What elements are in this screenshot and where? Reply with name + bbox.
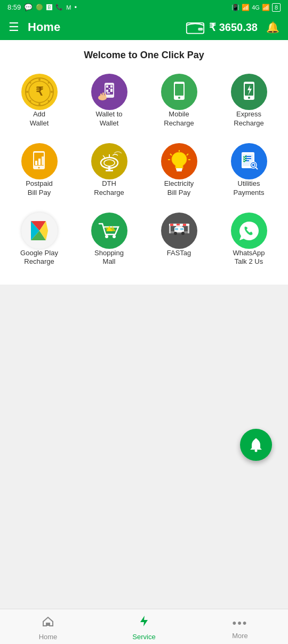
svg-rect-16: [106, 85, 108, 88]
svg-rect-18: [106, 90, 108, 92]
service-mobile-recharge[interactable]: MobileRecharge: [144, 66, 214, 136]
service-add-wallet[interactable]: ₹ AddWallet: [4, 66, 74, 136]
service-express-recharge[interactable]: ExpressRecharge: [214, 66, 284, 136]
svg-rect-87: [175, 228, 178, 230]
fastag-icon: [161, 213, 197, 249]
home-nav-label: Home: [39, 633, 58, 641]
svg-rect-1: [198, 28, 203, 30]
services-grid: ₹ AddWallet: [0, 66, 288, 274]
service-nav-label: Service: [132, 633, 155, 641]
google-play-icon: [21, 213, 58, 249]
fastag-label: FASTag: [167, 249, 191, 258]
app-header: ☰ Home ₹ 3650.38 🔔: [0, 14, 288, 40]
svg-rect-74: [106, 227, 108, 230]
status-bar: 8:59 💬 🟢 🅱 📞 M • 📳 📶 4G 📶 8: [0, 0, 288, 14]
wallet-balance-area: ₹ 3650.38 🔔: [186, 20, 279, 35]
main-content: Welcome to One Click Pay ₹: [0, 40, 288, 285]
hamburger-menu-button[interactable]: ☰: [9, 20, 19, 34]
shopping-mall-label: ShoppingMall: [94, 249, 124, 267]
utilities-label: UtilitiesPayments: [234, 179, 265, 198]
svg-rect-92: [47, 623, 49, 626]
express-recharge-label: ExpressRecharge: [234, 110, 263, 128]
svg-rect-28: [175, 84, 183, 96]
electricity-bill-label: ElectricityBill Pay: [164, 179, 194, 198]
svg-rect-24: [102, 92, 104, 99]
svg-rect-20: [110, 89, 113, 92]
more-nav-label: More: [232, 632, 248, 640]
dth-recharge-icon: [91, 143, 127, 179]
postpaid-bill-icon: [21, 143, 58, 179]
more-dots-icon: •••: [232, 616, 247, 630]
svg-rect-17: [110, 85, 113, 88]
svg-rect-23: [100, 93, 102, 99]
notification-fab[interactable]: [240, 429, 272, 461]
svg-rect-88: [180, 228, 183, 230]
home-icon: [42, 615, 54, 631]
google-play-label: Google PlayRecharge: [20, 249, 58, 267]
svg-point-9: [29, 82, 31, 84]
mobile-recharge-icon: [161, 74, 197, 110]
status-left: 8:59 💬 🟢 🅱 📞 M •: [7, 3, 77, 11]
svg-point-86: [181, 232, 185, 235]
service-fastag[interactable]: FASTag: [144, 205, 214, 274]
svg-point-8: [51, 91, 53, 93]
signal-icon: 📶: [262, 4, 270, 11]
svg-rect-25: [105, 93, 106, 99]
header-title: Home: [28, 20, 177, 34]
wallet-to-wallet-label: Wallet toWallet: [95, 110, 122, 128]
svg-rect-82: [183, 224, 186, 226]
shopping-mall-icon: [91, 213, 127, 249]
svg-point-29: [178, 97, 180, 99]
empty-area: [0, 285, 288, 472]
svg-rect-19: [109, 88, 110, 89]
messages-status-icon: 🟢: [36, 4, 43, 11]
status-right: 📳 📶 4G 📶 8: [231, 4, 281, 11]
whatsapp-label: WhatsAppTalk 2 Us: [233, 249, 265, 267]
service-electricity-bill[interactable]: ElectricityBill Pay: [144, 136, 214, 205]
gmail-icon: M: [66, 4, 71, 11]
svg-rect-80: [170, 224, 173, 226]
bottom-navigation: Home Service ••• More: [0, 609, 288, 644]
service-wallet-to-wallet[interactable]: Wallet toWallet: [74, 66, 144, 136]
balance-amount: ₹ 3650.38: [209, 21, 258, 34]
service-whatsapp[interactable]: WhatsAppTalk 2 Us: [214, 205, 284, 274]
notification-bell-header[interactable]: 🔔: [266, 21, 279, 34]
service-lightning-icon: [138, 615, 150, 631]
whatsapp-status-icon: 💬: [24, 3, 33, 11]
service-postpaid-bill[interactable]: PostpaidBill Pay: [4, 136, 74, 205]
battery-icon: 8: [272, 4, 281, 11]
service-dth-recharge[interactable]: DTHRecharge: [74, 136, 144, 205]
svg-point-11: [29, 100, 31, 102]
bluetooth-icon: 📶: [242, 4, 250, 11]
dth-recharge-label: DTHRecharge: [94, 179, 124, 198]
network-icon: 4G: [252, 4, 260, 11]
bitdefender-icon: 🅱: [46, 4, 52, 11]
svg-point-5: [38, 78, 41, 81]
svg-rect-21: [107, 92, 110, 93]
svg-point-73: [113, 235, 116, 238]
service-utilities[interactable]: UtilitiesPayments: [214, 136, 284, 205]
nav-service[interactable]: Service: [123, 615, 165, 641]
dot-icon: •: [74, 3, 77, 11]
add-wallet-label: AddWallet: [30, 110, 49, 128]
svg-rect-38: [35, 161, 37, 165]
svg-rect-47: [108, 166, 110, 170]
svg-rect-91: [255, 438, 257, 440]
electricity-bill-icon: [161, 143, 197, 179]
whatsapp-icon: [231, 213, 267, 249]
time-display: 8:59: [7, 3, 21, 11]
svg-text:₹: ₹: [36, 85, 44, 98]
service-google-play[interactable]: Google PlayRecharge: [4, 205, 74, 274]
nav-home[interactable]: Home: [27, 615, 69, 641]
svg-point-41: [38, 167, 39, 168]
mobile-recharge-label: MobileRecharge: [164, 110, 194, 128]
svg-point-12: [47, 100, 49, 102]
svg-rect-39: [38, 159, 41, 165]
nav-more[interactable]: ••• More: [219, 616, 261, 640]
svg-point-85: [174, 232, 177, 235]
phone-status-icon: 📞: [55, 4, 63, 11]
service-shopping-mall[interactable]: ShoppingMall: [74, 205, 144, 274]
postpaid-bill-label: PostpaidBill Pay: [26, 179, 53, 198]
svg-point-33: [248, 97, 250, 99]
svg-rect-50: [176, 168, 182, 170]
